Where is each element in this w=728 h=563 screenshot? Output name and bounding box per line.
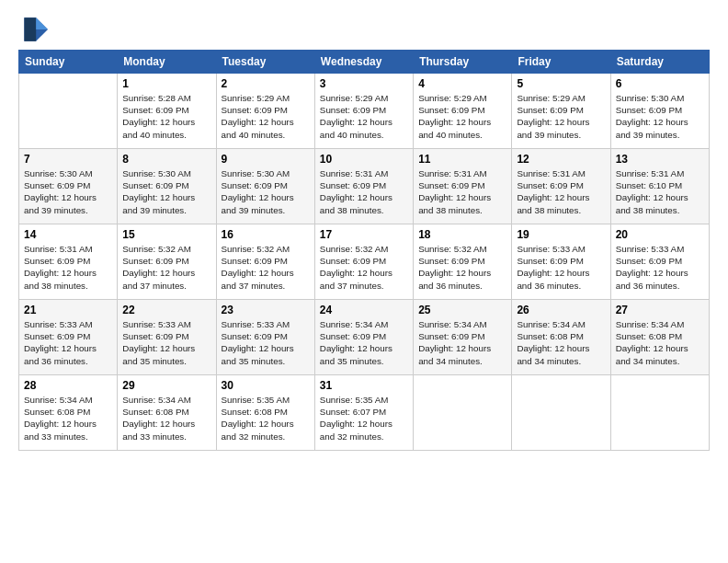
cell-date-number: 19 [517, 228, 605, 241]
cell-date-number: 29 [122, 379, 210, 392]
cell-date-number: 3 [320, 77, 408, 90]
svg-marker-1 [24, 17, 36, 41]
calendar-cell: 22Sunrise: 5:33 AM Sunset: 6:09 PM Dayli… [118, 300, 216, 375]
weekday-wednesday: Wednesday [314, 51, 413, 74]
cell-date-number: 24 [320, 304, 408, 316]
calendar-cell: 16Sunrise: 5:32 AM Sunset: 6:09 PM Dayli… [216, 224, 314, 300]
weekday-header-row: SundayMondayTuesdayWednesdayThursdayFrid… [19, 51, 710, 74]
cell-date-number: 25 [418, 304, 506, 316]
cell-info: Sunrise: 5:32 AM Sunset: 6:09 PM Dayligh… [320, 243, 408, 292]
calendar-cell: 28Sunrise: 5:34 AM Sunset: 6:08 PM Dayli… [19, 375, 118, 451]
cell-info: Sunrise: 5:32 AM Sunset: 6:09 PM Dayligh… [418, 243, 506, 292]
calendar-cell: 6Sunrise: 5:30 AM Sunset: 6:09 PM Daylig… [610, 74, 709, 149]
calendar-cell: 4Sunrise: 5:29 AM Sunset: 6:09 PM Daylig… [414, 74, 512, 149]
weekday-sunday: Sunday [19, 51, 118, 74]
cell-info: Sunrise: 5:35 AM Sunset: 6:07 PM Dayligh… [320, 394, 408, 442]
calendar-cell: 5Sunrise: 5:29 AM Sunset: 6:09 PM Daylig… [512, 74, 610, 149]
cell-info: Sunrise: 5:33 AM Sunset: 6:09 PM Dayligh… [616, 243, 704, 292]
week-row-2: 7Sunrise: 5:30 AM Sunset: 6:09 PM Daylig… [19, 149, 710, 224]
cell-info: Sunrise: 5:30 AM Sunset: 6:09 PM Dayligh… [122, 167, 210, 216]
cell-info: Sunrise: 5:31 AM Sunset: 6:10 PM Dayligh… [616, 167, 704, 216]
calendar-cell: 12Sunrise: 5:31 AM Sunset: 6:09 PM Dayli… [512, 149, 610, 224]
cell-info: Sunrise: 5:29 AM Sunset: 6:09 PM Dayligh… [320, 92, 408, 141]
calendar-cell: 1Sunrise: 5:28 AM Sunset: 6:09 PM Daylig… [118, 74, 216, 149]
cell-info: Sunrise: 5:33 AM Sunset: 6:09 PM Dayligh… [122, 318, 210, 367]
page: SundayMondayTuesdayWednesdayThursdayFrid… [0, 0, 728, 460]
logo-icon [18, 15, 48, 44]
calendar-cell: 10Sunrise: 5:31 AM Sunset: 6:09 PM Dayli… [314, 149, 413, 224]
calendar-cell [512, 375, 610, 451]
calendar-cell: 23Sunrise: 5:33 AM Sunset: 6:09 PM Dayli… [216, 300, 314, 375]
calendar-cell: 24Sunrise: 5:34 AM Sunset: 6:09 PM Dayli… [314, 300, 413, 375]
calendar-cell: 30Sunrise: 5:35 AM Sunset: 6:08 PM Dayli… [216, 375, 314, 451]
week-row-3: 14Sunrise: 5:31 AM Sunset: 6:09 PM Dayli… [19, 224, 710, 300]
cell-date-number: 4 [418, 77, 506, 90]
cell-info: Sunrise: 5:30 AM Sunset: 6:09 PM Dayligh… [222, 167, 310, 216]
calendar-cell: 15Sunrise: 5:32 AM Sunset: 6:09 PM Dayli… [118, 224, 216, 300]
cell-date-number: 1 [122, 77, 210, 90]
cell-date-number: 26 [517, 304, 605, 316]
cell-info: Sunrise: 5:32 AM Sunset: 6:09 PM Dayligh… [222, 243, 310, 292]
cell-date-number: 15 [122, 228, 210, 241]
cell-info: Sunrise: 5:34 AM Sunset: 6:08 PM Dayligh… [616, 318, 704, 367]
cell-info: Sunrise: 5:34 AM Sunset: 6:09 PM Dayligh… [418, 318, 506, 367]
cell-date-number: 7 [24, 153, 112, 166]
cell-date-number: 30 [222, 379, 310, 392]
calendar-cell: 19Sunrise: 5:33 AM Sunset: 6:09 PM Dayli… [512, 224, 610, 300]
calendar-cell: 31Sunrise: 5:35 AM Sunset: 6:07 PM Dayli… [314, 375, 413, 451]
calendar-table: SundayMondayTuesdayWednesdayThursdayFrid… [18, 50, 710, 451]
cell-info: Sunrise: 5:34 AM Sunset: 6:08 PM Dayligh… [517, 318, 605, 367]
cell-date-number: 5 [517, 77, 605, 90]
calendar-cell: 8Sunrise: 5:30 AM Sunset: 6:09 PM Daylig… [118, 149, 216, 224]
calendar-cell: 7Sunrise: 5:30 AM Sunset: 6:09 PM Daylig… [19, 149, 118, 224]
weekday-friday: Friday [512, 51, 610, 74]
calendar-cell: 13Sunrise: 5:31 AM Sunset: 6:10 PM Dayli… [610, 149, 709, 224]
header [18, 15, 710, 44]
cell-info: Sunrise: 5:35 AM Sunset: 6:08 PM Dayligh… [222, 394, 310, 442]
cell-date-number: 13 [616, 153, 704, 166]
calendar-cell: 25Sunrise: 5:34 AM Sunset: 6:09 PM Dayli… [414, 300, 512, 375]
cell-info: Sunrise: 5:30 AM Sunset: 6:09 PM Dayligh… [24, 167, 112, 216]
cell-info: Sunrise: 5:31 AM Sunset: 6:09 PM Dayligh… [24, 243, 112, 292]
cell-info: Sunrise: 5:34 AM Sunset: 6:09 PM Dayligh… [320, 318, 408, 367]
week-row-1: 1Sunrise: 5:28 AM Sunset: 6:09 PM Daylig… [19, 74, 710, 149]
cell-info: Sunrise: 5:33 AM Sunset: 6:09 PM Dayligh… [24, 318, 112, 367]
cell-date-number: 22 [122, 304, 210, 316]
cell-info: Sunrise: 5:28 AM Sunset: 6:09 PM Dayligh… [122, 92, 210, 141]
cell-info: Sunrise: 5:30 AM Sunset: 6:09 PM Dayligh… [616, 92, 704, 141]
cell-info: Sunrise: 5:31 AM Sunset: 6:09 PM Dayligh… [517, 167, 605, 216]
week-row-4: 21Sunrise: 5:33 AM Sunset: 6:09 PM Dayli… [19, 300, 710, 375]
cell-date-number: 20 [616, 228, 704, 241]
week-row-5: 28Sunrise: 5:34 AM Sunset: 6:08 PM Dayli… [19, 375, 710, 451]
calendar-cell: 18Sunrise: 5:32 AM Sunset: 6:09 PM Dayli… [414, 224, 512, 300]
calendar-cell: 2Sunrise: 5:29 AM Sunset: 6:09 PM Daylig… [216, 74, 314, 149]
calendar-cell: 14Sunrise: 5:31 AM Sunset: 6:09 PM Dayli… [19, 224, 118, 300]
cell-date-number: 27 [616, 304, 704, 316]
calendar-cell: 26Sunrise: 5:34 AM Sunset: 6:08 PM Dayli… [512, 300, 610, 375]
cell-date-number: 11 [418, 153, 506, 166]
cell-date-number: 17 [320, 228, 408, 241]
cell-info: Sunrise: 5:32 AM Sunset: 6:09 PM Dayligh… [122, 243, 210, 292]
cell-date-number: 10 [320, 153, 408, 166]
cell-info: Sunrise: 5:34 AM Sunset: 6:08 PM Dayligh… [122, 394, 210, 442]
cell-info: Sunrise: 5:31 AM Sunset: 6:09 PM Dayligh… [418, 167, 506, 216]
calendar-cell: 20Sunrise: 5:33 AM Sunset: 6:09 PM Dayli… [610, 224, 709, 300]
cell-date-number: 28 [24, 379, 112, 392]
calendar-cell: 11Sunrise: 5:31 AM Sunset: 6:09 PM Dayli… [414, 149, 512, 224]
cell-date-number: 2 [222, 77, 310, 90]
calendar-cell: 21Sunrise: 5:33 AM Sunset: 6:09 PM Dayli… [19, 300, 118, 375]
cell-date-number: 9 [222, 153, 310, 166]
cell-date-number: 14 [24, 228, 112, 241]
calendar-cell: 9Sunrise: 5:30 AM Sunset: 6:09 PM Daylig… [216, 149, 314, 224]
calendar-cell [19, 74, 118, 149]
svg-marker-2 [36, 17, 48, 29]
cell-date-number: 21 [24, 304, 112, 316]
logo [18, 15, 51, 44]
weekday-saturday: Saturday [610, 51, 709, 74]
calendar-cell: 3Sunrise: 5:29 AM Sunset: 6:09 PM Daylig… [314, 74, 413, 149]
cell-info: Sunrise: 5:33 AM Sunset: 6:09 PM Dayligh… [517, 243, 605, 292]
cell-info: Sunrise: 5:29 AM Sunset: 6:09 PM Dayligh… [517, 92, 605, 141]
cell-info: Sunrise: 5:31 AM Sunset: 6:09 PM Dayligh… [320, 167, 408, 216]
cell-info: Sunrise: 5:33 AM Sunset: 6:09 PM Dayligh… [222, 318, 310, 367]
calendar-cell: 29Sunrise: 5:34 AM Sunset: 6:08 PM Dayli… [118, 375, 216, 451]
